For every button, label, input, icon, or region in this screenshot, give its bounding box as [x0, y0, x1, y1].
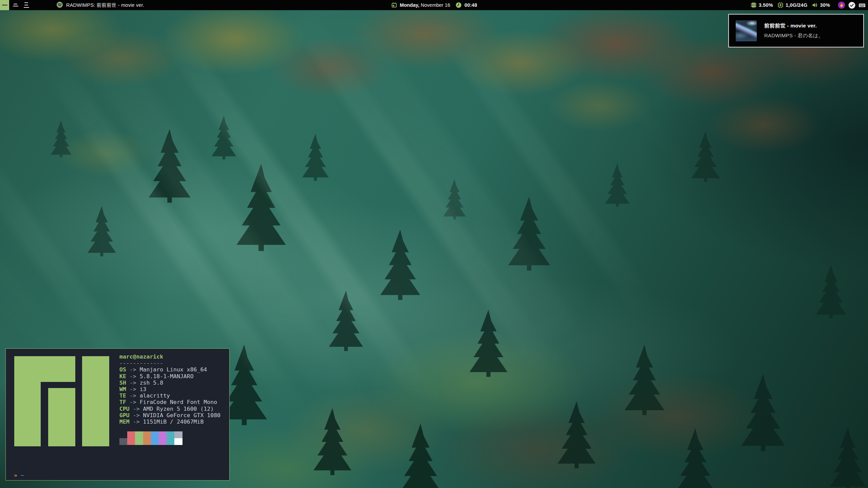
album-art	[736, 20, 757, 41]
neofetch-info-line: TF -> FiraCode Nerd Font Mono	[119, 399, 220, 405]
notification-title: 前前前世 - movie ver.	[764, 22, 824, 29]
updates-check-tray-icon[interactable]	[848, 2, 855, 9]
memory-module: 1,0G/24G	[777, 2, 807, 8]
notification-body: RADWIMPS - 君の名は。	[764, 33, 824, 39]
neofetch-info-line: OS -> Manjaro Linux x86_64	[119, 366, 220, 373]
palette-swatch	[127, 431, 135, 438]
neofetch-user-host: marc@nazarick	[119, 353, 220, 360]
palette-swatch	[159, 431, 167, 438]
spotify-module[interactable]: RADWIMPS: 前前前世 - movie ver.	[56, 1, 144, 9]
date-rest: November 16	[419, 2, 450, 8]
neofetch-info-line: GPU -> NVIDIA GeForce GTX 1080	[119, 412, 220, 419]
neofetch-info-line: MEM -> 1151MiB / 24067MiB	[119, 419, 220, 425]
prompt-path: ~	[21, 472, 24, 479]
neofetch-info-line: CPU -> AMD Ryzen 5 1600 (12)	[119, 406, 220, 412]
prompt-chevron: »	[14, 472, 17, 479]
palette-swatch	[167, 431, 174, 438]
workspace-button-1[interactable]	[0, 0, 9, 10]
palette-swatch	[174, 438, 182, 445]
memory-icon	[777, 2, 784, 8]
neofetch-separator: -------------	[119, 360, 220, 366]
clock-group: 00:48	[456, 2, 477, 8]
palette-swatch	[143, 431, 151, 438]
palette-swatch	[151, 431, 159, 438]
palette-swatch	[159, 438, 167, 445]
clock-icon	[456, 2, 462, 8]
svg-text:CPU: CPU	[752, 4, 755, 6]
terminal-window[interactable]: marc@nazarick ------------- OS -> Manjar…	[5, 348, 230, 481]
palette-swatch	[143, 438, 151, 445]
keyboard-layout-tray-icon[interactable]	[859, 2, 866, 9]
palette-swatch	[151, 438, 159, 445]
music-notification[interactable]: 前前前世 - movie ver. RADWIMPS - 君の名は。	[728, 14, 864, 47]
flame-tray-icon[interactable]	[838, 1, 845, 9]
neofetch-info-line: TE -> alacritty	[119, 392, 220, 399]
workspace-button-3[interactable]	[22, 0, 31, 10]
datetime-group: Monday, November 16 00:48	[391, 0, 477, 10]
volume-module[interactable]: 30%	[812, 2, 830, 8]
manjaro-logo	[14, 356, 109, 446]
palette-swatch	[127, 438, 135, 445]
neofetch-info-line: WM -> i3	[119, 386, 220, 392]
date-text: Monday, November 16	[400, 2, 450, 8]
palette-swatch	[135, 438, 143, 445]
volume-level: 30%	[820, 2, 830, 8]
spotify-icon	[56, 1, 63, 9]
palette-swatch	[167, 438, 174, 445]
memory-usage: 1,0G/24G	[786, 2, 807, 8]
palette-swatch	[135, 431, 143, 438]
terminal-color-palette	[119, 431, 220, 445]
notification-text: 前前前世 - movie ver. RADWIMPS - 君の名は。	[764, 22, 824, 39]
cpu-usage: 3.50%	[759, 2, 773, 8]
neofetch-output: marc@nazarick ------------- OS -> Manjar…	[119, 353, 220, 445]
time-text: 00:48	[464, 2, 477, 8]
calendar-icon	[391, 2, 397, 8]
status-bar: RADWIMPS: 前前前世 - movie ver. Monday, Nove…	[0, 0, 868, 10]
bar-right-modules: CPU 3.50% 1,0G/24G	[746, 0, 868, 10]
workspace-button-2[interactable]	[11, 0, 20, 10]
palette-swatch	[119, 438, 127, 445]
neofetch-info-line: KE -> 5.8.18-1-MANJARO	[119, 373, 220, 380]
palette-swatch	[174, 431, 182, 438]
now-playing-text: RADWIMPS: 前前前世 - movie ver.	[66, 2, 144, 8]
workspace-switcher	[0, 0, 33, 10]
neofetch-info-line: SH -> zsh 5.8	[119, 380, 220, 386]
date-day: Monday,	[400, 2, 420, 8]
cpu-module: CPU 3.50%	[751, 2, 773, 8]
palette-swatch	[119, 431, 127, 438]
volume-icon	[812, 2, 818, 8]
neofetch-info: OS -> Manjaro Linux x86_64KE -> 5.8.18-1…	[119, 366, 220, 425]
cpu-icon: CPU	[751, 2, 757, 8]
system-tray	[835, 1, 866, 9]
shell-prompt[interactable]: » ~ λ	[14, 459, 27, 488]
